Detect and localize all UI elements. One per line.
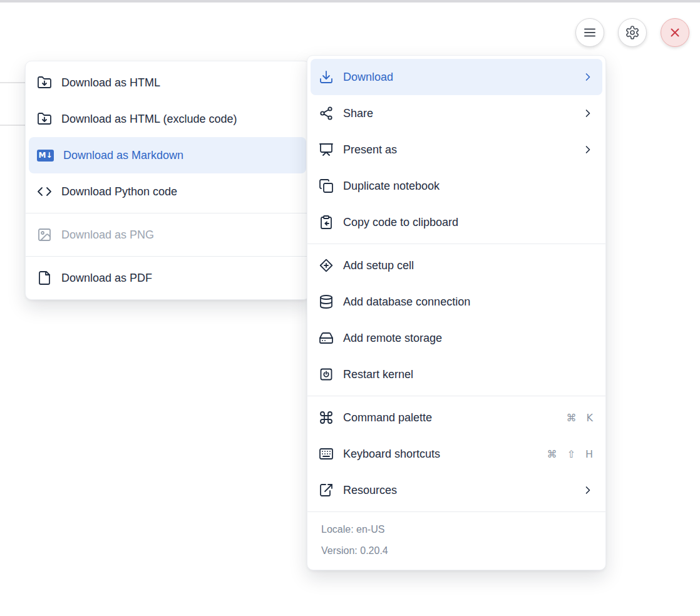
- menu-item-download-as-pdf[interactable]: Download as PDF: [29, 260, 306, 296]
- hard-drive-icon: [319, 331, 334, 346]
- close-icon: [667, 25, 682, 40]
- folder-down-icon: [37, 75, 52, 90]
- menu-item-label: Download as PNG: [61, 228, 298, 242]
- notebook-menu-button[interactable]: [575, 18, 604, 47]
- download-icon: [319, 69, 334, 85]
- diamond-plus-icon: [319, 258, 334, 273]
- menu-item-label: Add setup cell: [343, 259, 594, 272]
- background-cell-border: [0, 125, 26, 126]
- menu-item-share[interactable]: Share: [311, 95, 602, 131]
- menu-item-command-palette[interactable]: Command palette ⌘ K: [311, 399, 602, 436]
- menu-item-label: Share: [343, 107, 572, 120]
- shutdown-button[interactable]: [661, 18, 689, 47]
- locale-text: Locale: en-US: [321, 519, 592, 540]
- menu-footer: Locale: en-US Version: 0.20.4: [307, 511, 605, 570]
- background-cell-border: [0, 82, 26, 83]
- hamburger-icon: [582, 25, 597, 40]
- menu-item-label: Add database connection: [343, 295, 594, 309]
- menu-item-resources[interactable]: Resources: [311, 472, 602, 508]
- duplicate-icon: [319, 178, 334, 193]
- menu-item-add-remote-storage[interactable]: Add remote storage: [311, 320, 602, 356]
- menu-item-download-as-html-exclude-code[interactable]: Download as HTML (exclude code): [29, 101, 306, 137]
- menu-item-label: Download as HTML: [61, 76, 298, 90]
- presentation-icon: [319, 142, 334, 157]
- external-link-icon: [319, 483, 334, 498]
- menu-item-restart-kernel[interactable]: Restart kernel: [311, 356, 602, 393]
- menu-item-add-database-connection[interactable]: Add database connection: [311, 284, 602, 320]
- chevron-right-icon: [582, 107, 594, 120]
- menu-item-label: Restart kernel: [343, 368, 594, 381]
- version-text: Version: 0.20.4: [321, 540, 592, 562]
- menu-item-label: Add remote storage: [343, 332, 594, 345]
- menu-item-label: Download as HTML (exclude code): [61, 113, 298, 126]
- menu-group-3: Command palette ⌘ K Keyboard shortcuts ⌘…: [307, 396, 605, 511]
- image-icon: [37, 227, 52, 242]
- notebook-actions-menu: Download Share Present as Duplicate note…: [307, 55, 606, 570]
- menu-item-duplicate-notebook[interactable]: Duplicate notebook: [311, 168, 602, 204]
- folder-down-icon: [37, 111, 52, 126]
- menu-item-label: Command palette: [343, 411, 557, 424]
- keyboard-icon: [319, 446, 334, 461]
- shortcut-hint: ⌘ ⇧ H: [547, 448, 594, 460]
- chevron-right-icon: [582, 143, 594, 156]
- command-icon: [319, 410, 334, 425]
- menu-item-download[interactable]: Download: [311, 59, 602, 95]
- menu-item-download-as-html[interactable]: Download as HTML: [29, 64, 306, 101]
- menu-item-label: Keyboard shortcuts: [343, 448, 537, 461]
- menu-item-label: Download Python code: [61, 185, 298, 198]
- shortcut-hint: ⌘ K: [566, 412, 594, 424]
- menu-group-1: Download Share Present as Duplicate note…: [307, 56, 605, 244]
- menu-item-download-python-code[interactable]: Download Python code: [29, 173, 306, 210]
- menu-item-label: Download as Markdown: [63, 149, 298, 162]
- menu-item-download-as-markdown[interactable]: M↓ Download as Markdown: [29, 137, 306, 173]
- menu-item-label: Present as: [343, 143, 572, 157]
- chevron-right-icon: [582, 71, 594, 83]
- chevron-right-icon: [582, 484, 594, 496]
- power-icon: [319, 367, 334, 382]
- menu-item-label: Resources: [343, 484, 572, 497]
- menu-item-present-as[interactable]: Present as: [311, 131, 602, 168]
- menu-item-label: Copy code to clipboard: [343, 216, 594, 229]
- menu-item-label: Download as PDF: [61, 272, 298, 285]
- share-icon: [319, 106, 334, 121]
- submenu-group-1: Download as HTML Download as HTML (exclu…: [26, 61, 309, 213]
- menu-item-copy-code-to-clipboard[interactable]: Copy code to clipboard: [311, 204, 602, 240]
- settings-button[interactable]: [618, 18, 647, 47]
- window-top-divider: [0, 0, 700, 3]
- submenu-group-3: Download as PDF: [26, 256, 309, 299]
- menu-item-label: Duplicate notebook: [343, 180, 594, 193]
- database-icon: [319, 294, 334, 309]
- menu-item-download-as-png: Download as PNG: [29, 217, 306, 253]
- download-submenu: Download as HTML Download as HTML (exclu…: [25, 61, 310, 300]
- menu-item-keyboard-shortcuts[interactable]: Keyboard shortcuts ⌘ ⇧ H: [311, 436, 602, 472]
- markdown-download-icon: M↓: [37, 148, 54, 163]
- menu-item-add-setup-cell[interactable]: Add setup cell: [311, 247, 602, 284]
- code-icon: [37, 184, 52, 199]
- clipboard-copy-icon: [319, 215, 334, 230]
- gear-icon: [625, 25, 640, 40]
- file-icon: [37, 270, 52, 285]
- menu-group-2: Add setup cell Add database connection A…: [307, 244, 605, 396]
- menu-item-label: Download: [343, 71, 572, 84]
- submenu-group-2: Download as PNG: [26, 213, 309, 256]
